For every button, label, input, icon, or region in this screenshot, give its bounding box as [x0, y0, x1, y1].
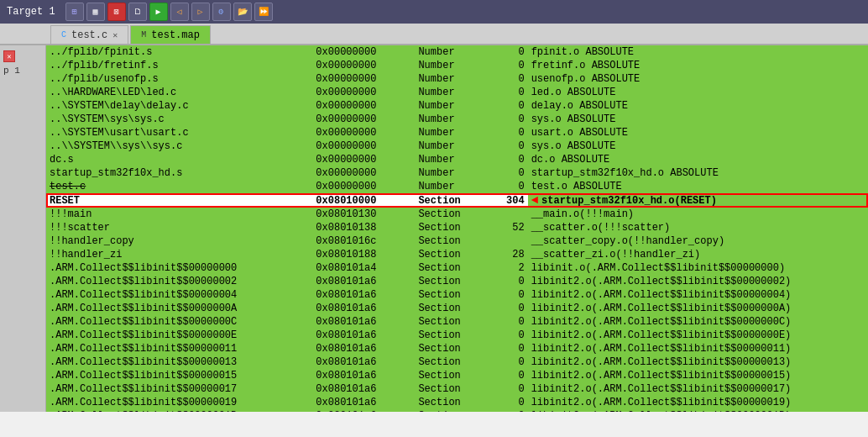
toolbar-btn-run[interactable]: ▶: [149, 3, 168, 21]
row-info: libinit2.o(.ARM.Collect$$libinit$$000000…: [528, 369, 868, 382]
row-info: delay.o ABSOLUTE: [528, 99, 868, 113]
toolbar-btn-reload[interactable]: ⊠: [107, 3, 126, 21]
tab-icon-map: M: [141, 30, 146, 39]
row-info: usenofp.o ABSOLUTE: [528, 72, 868, 86]
tab-test-c[interactable]: C test.c ✕: [50, 25, 128, 44]
row-name: dc.s: [46, 153, 312, 166]
row-info: startup_stm32f10x_hd.o ABSOLUTE: [528, 166, 868, 180]
row-addr: 0x08010188: [312, 248, 415, 261]
row-type: Number: [415, 140, 486, 153]
row-addr: 0x00000000: [312, 59, 415, 72]
row-addr: 0x080101a6: [312, 329, 415, 342]
row-name: .ARM.Collect$$libinit$$00000013: [46, 355, 312, 369]
table-row: .ARM.Collect$$libinit$$000000040x080101a…: [46, 288, 868, 302]
tab-test-map[interactable]: M test.map: [130, 25, 211, 44]
row-type: Section: [415, 248, 486, 261]
row-addr: 0x080101a6: [312, 355, 415, 369]
row-addr: 0x00000000: [312, 99, 415, 113]
left-panel-close[interactable]: ✕: [3, 50, 15, 62]
tab-label-c: test.c: [71, 29, 107, 41]
row-addr: 0x00000000: [312, 166, 415, 180]
row-size: 0: [487, 99, 528, 113]
row-size: 0: [487, 329, 528, 342]
row-size: 0: [487, 86, 528, 99]
row-type: Number: [415, 45, 486, 59]
toolbar-btn-open[interactable]: 📂: [233, 3, 252, 21]
table-row: dc.s0x00000000Number0dc.o ABSOLUTE: [46, 153, 868, 166]
row-type: Number: [415, 59, 486, 72]
tab-label-map: test.map: [151, 29, 200, 41]
row-addr: 0x080101a6: [312, 315, 415, 329]
row-info: libinit2.o(.ARM.Collect$$libinit$$000000…: [528, 329, 868, 342]
row-name: .ARM.Collect$$libinit$$0000001B: [46, 409, 312, 412]
toolbar-btn-back[interactable]: ◁: [170, 3, 189, 21]
row-info: test.o ABSOLUTE: [528, 180, 868, 193]
left-panel: ✕ p 1: [0, 45, 46, 412]
row-info: __scatter.o(!!!scatter): [528, 221, 868, 234]
table-row: ..\HARDWARE\LED\led.c0x00000000Number0le…: [46, 86, 868, 99]
row-addr: 0x00000000: [312, 140, 415, 153]
table-row: !!!scatter0x08010138Section52__scatter.o…: [46, 221, 868, 234]
row-type: Section: [415, 221, 486, 234]
row-size: 0: [487, 153, 528, 166]
row-type: Number: [415, 72, 486, 86]
row-size: 0: [487, 180, 528, 193]
row-size: 0: [487, 382, 528, 396]
row-type: Number: [415, 166, 486, 180]
table-row: !!!main0x08010130Section__main.o(!!!main…: [46, 208, 868, 221]
tab-close-c[interactable]: ✕: [112, 30, 118, 40]
row-size: [487, 234, 528, 248]
row-type: Section: [415, 288, 486, 302]
toolbar: ⊞ ▦ ⊠ 🗋 ▶ ◁ ▷ ⚙ 📂 ⏩: [65, 3, 273, 21]
toolbar-btn-2[interactable]: ▦: [86, 3, 105, 21]
row-name: ..\SYSTEM\delay\delay.c: [46, 99, 312, 113]
row-type: Number: [415, 126, 486, 140]
row-size: 0: [487, 72, 528, 86]
row-name: .ARM.Collect$$libinit$$00000002: [46, 275, 312, 288]
content-area[interactable]: ../fplib/fpinit.s0x00000000Number0fpinit…: [46, 45, 868, 412]
table-row: .ARM.Collect$$libinit$$000000110x080101a…: [46, 342, 868, 355]
tab-icon-c: C: [61, 30, 66, 39]
toolbar-btn-1[interactable]: ⊞: [65, 3, 84, 21]
toolbar-btn-forward[interactable]: ▷: [191, 3, 210, 21]
row-size: [487, 208, 528, 221]
row-addr: 0x00000000: [312, 45, 415, 59]
row-type: Section: [415, 329, 486, 342]
row-addr: 0x080101a6: [312, 302, 415, 315]
row-addr: 0x00000000: [312, 72, 415, 86]
table-row: .ARM.Collect$$libinit$$000000190x080101a…: [46, 396, 868, 409]
row-addr: 0x080101a6: [312, 382, 415, 396]
red-arrow-icon: ◄: [531, 193, 538, 207]
row-name: .ARM.Collect$$libinit$$00000019: [46, 396, 312, 409]
row-name: !!!scatter: [46, 221, 312, 234]
toolbar-btn-step[interactable]: ⏩: [254, 3, 273, 21]
row-type: Section: [415, 193, 486, 208]
row-type: Section: [415, 234, 486, 248]
row-addr: 0x00000000: [312, 153, 415, 166]
row-name: ..\\SYSTEM\\sys\\sys.c: [46, 140, 312, 153]
toolbar-btn-settings[interactable]: ⚙: [212, 3, 231, 21]
row-addr: 0x080101a6: [312, 396, 415, 409]
toolbar-btn-save[interactable]: 🗋: [128, 3, 147, 21]
row-info: libinit2.o(.ARM.Collect$$libinit$$000000…: [528, 409, 868, 412]
row-addr: 0x080101a6: [312, 342, 415, 355]
row-info: led.o ABSOLUTE: [528, 86, 868, 99]
row-info: libinit2.o(.ARM.Collect$$libinit$$000000…: [528, 355, 868, 369]
row-size: 52: [487, 221, 528, 234]
row-type: Section: [415, 302, 486, 315]
row-type: Section: [415, 275, 486, 288]
row-type: Section: [415, 409, 486, 412]
row-addr: 0x00000000: [312, 86, 415, 99]
row-info: dc.o ABSOLUTE: [528, 153, 868, 166]
title-bar: Target 1 ⊞ ▦ ⊠ 🗋 ▶ ◁ ▷ ⚙ 📂 ⏩: [0, 0, 868, 24]
row-name: ../fplib/fretinf.s: [46, 59, 312, 72]
content-table: ../fplib/fpinit.s0x00000000Number0fpinit…: [46, 45, 868, 412]
row-info: libinit2.o(.ARM.Collect$$libinit$$000000…: [528, 288, 868, 302]
row-name: .ARM.Collect$$libinit$$00000017: [46, 382, 312, 396]
table-row: RESET0x08010000Section304◄startup_stm32f…: [46, 193, 868, 208]
title-text: Target 1: [7, 6, 55, 18]
row-size: 0: [487, 113, 528, 126]
row-type: Section: [415, 342, 486, 355]
row-type: Section: [415, 369, 486, 382]
row-type: Number: [415, 153, 486, 166]
